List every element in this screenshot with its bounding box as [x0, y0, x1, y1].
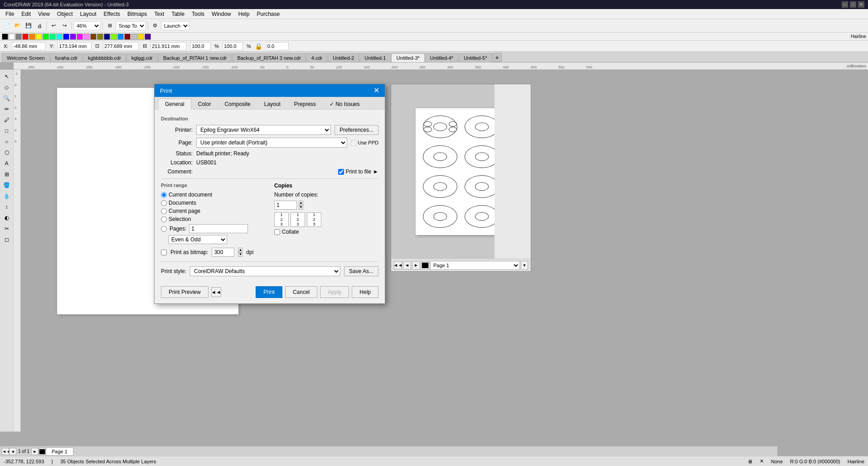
color-green[interactable]: [43, 34, 49, 40]
menu-layout[interactable]: Layout: [77, 10, 100, 18]
tab-4cdr[interactable]: 4.cdr: [306, 53, 327, 62]
use-ppd-checkbox[interactable]: [351, 140, 357, 146]
save-button[interactable]: 💾: [24, 21, 34, 31]
collate-icon-3[interactable]: 123: [307, 212, 321, 227]
color-yellow[interactable]: [36, 34, 42, 40]
menu-text[interactable]: Text: [150, 10, 168, 18]
menu-table[interactable]: Table: [168, 10, 188, 18]
redo-button[interactable]: ↪: [59, 21, 69, 31]
tab-untitled1[interactable]: Untitled-1: [359, 53, 391, 62]
angle-input[interactable]: [266, 42, 289, 50]
color-olive[interactable]: [97, 34, 103, 40]
polygon-tool[interactable]: ⬡: [2, 148, 12, 158]
color-magenta[interactable]: [77, 34, 83, 40]
selection-radio[interactable]: [161, 216, 167, 222]
page-nav-next[interactable]: ►: [31, 448, 39, 455]
preview-prev-button[interactable]: ◄: [403, 261, 411, 269]
color-blue[interactable]: [63, 34, 69, 40]
new-button[interactable]: 📄: [2, 21, 12, 31]
color-orange[interactable]: [29, 34, 35, 40]
dropper-tool[interactable]: 💧: [2, 191, 12, 201]
page-nav-prev[interactable]: ◄: [9, 448, 16, 455]
shadow-tool[interactable]: ◐: [2, 213, 12, 223]
color-cyan[interactable]: [56, 34, 63, 40]
dpi-up-button[interactable]: ▲: [238, 248, 242, 252]
scale-y-input[interactable]: [223, 42, 243, 50]
print-button[interactable]: 🖨: [34, 21, 44, 31]
zoom-tool[interactable]: 🔍: [2, 93, 12, 103]
select-tool[interactable]: ↖: [2, 72, 12, 82]
dpi-down-button[interactable]: ▼: [238, 252, 242, 257]
settings-button[interactable]: ⚙: [150, 21, 160, 31]
color-pink[interactable]: [83, 34, 90, 40]
preview-page-dropdown[interactable]: ▼: [521, 261, 528, 270]
open-button[interactable]: 📂: [13, 21, 23, 31]
crop-tool[interactable]: ✂: [2, 224, 12, 234]
copies-input[interactable]: [274, 201, 297, 210]
documents-radio[interactable]: [161, 200, 167, 206]
color-indigo[interactable]: [145, 34, 151, 40]
pen-tool[interactable]: 🖊: [2, 115, 12, 125]
menu-help[interactable]: Help: [235, 10, 253, 18]
menu-tools[interactable]: Tools: [188, 10, 208, 18]
text-tool[interactable]: A: [2, 159, 12, 168]
tab-untitled5[interactable]: Untitled-5*: [459, 53, 492, 62]
preview-last-button[interactable]: ██: [421, 261, 429, 269]
color-black[interactable]: [2, 34, 8, 40]
tab-backup1[interactable]: Backup_of_RITAH 1 new.cdr: [158, 53, 232, 62]
maximize-button[interactable]: □: [850, 1, 856, 8]
color-navy[interactable]: [104, 34, 110, 40]
width-input[interactable]: [103, 42, 139, 50]
nav-arrow-button[interactable]: ◄◄: [211, 287, 221, 297]
color-white[interactable]: [9, 34, 15, 40]
page-nav-last[interactable]: ██: [39, 448, 46, 455]
fill-tool[interactable]: 🪣: [2, 180, 12, 190]
minimize-button[interactable]: —: [842, 1, 848, 8]
apply-button[interactable]: Apply: [320, 286, 349, 298]
interactive-tool[interactable]: ↕: [2, 202, 12, 212]
preview-page-select[interactable]: Page 1: [430, 261, 520, 270]
preview-next-button[interactable]: ►: [412, 261, 420, 269]
table-tool[interactable]: ⊞: [2, 169, 12, 179]
menu-edit[interactable]: Edit: [18, 10, 34, 18]
add-tab-button[interactable]: +: [493, 53, 502, 62]
color-lime[interactable]: [111, 34, 117, 40]
dpi-input[interactable]: [212, 248, 234, 257]
tab-furaha[interactable]: furaha.cdr: [50, 53, 83, 62]
tab-general[interactable]: General: [158, 99, 191, 110]
menu-object[interactable]: Object: [53, 10, 77, 18]
page-tab-1[interactable]: Page 1: [46, 447, 73, 456]
tab-kgbbbbbbb[interactable]: kgbbbbbbb.cdr: [83, 53, 126, 62]
tab-untitled4[interactable]: Untitled-4*: [425, 53, 458, 62]
color-maroon[interactable]: [124, 34, 131, 40]
menu-view[interactable]: View: [34, 10, 53, 18]
collate-icon-1[interactable]: 123: [274, 212, 289, 227]
height-input[interactable]: [150, 42, 187, 50]
tab-no-issues[interactable]: ✓ No Issues: [323, 99, 367, 109]
print-to-file-arrow[interactable]: ►: [373, 168, 378, 175]
current-document-radio[interactable]: [161, 192, 167, 198]
print-dialog-button[interactable]: Print: [256, 286, 282, 298]
node-tool[interactable]: ◇: [2, 82, 12, 92]
color-teal[interactable]: [49, 34, 56, 40]
collate-checkbox[interactable]: [274, 229, 280, 235]
undo-button[interactable]: ↩: [48, 21, 58, 31]
page-nav-first[interactable]: ◄◄: [2, 448, 9, 455]
tab-kglggj[interactable]: kglggj.cdr: [126, 53, 158, 62]
tab-prepress[interactable]: Prepress: [287, 99, 323, 109]
rectangle-tool[interactable]: □: [2, 126, 12, 136]
print-as-bitmap-checkbox[interactable]: [161, 250, 167, 255]
color-brown[interactable]: [90, 34, 97, 40]
collate-icon-2[interactable]: 123: [291, 212, 305, 227]
pages-input[interactable]: [189, 224, 248, 233]
dialog-close-button[interactable]: ✕: [373, 87, 379, 94]
tab-backup3[interactable]: Backup_of_RITAH 3 new.cdr: [232, 53, 305, 62]
menu-window[interactable]: Window: [208, 10, 235, 18]
zoom-select[interactable]: 46% 100% 200%: [73, 21, 101, 30]
help-button[interactable]: Help: [352, 286, 378, 298]
y-input[interactable]: [58, 42, 92, 50]
menu-effects[interactable]: Effects: [100, 10, 124, 18]
freehand-tool[interactable]: ✏: [2, 104, 12, 114]
copies-up-button[interactable]: ▲: [299, 201, 303, 205]
copies-down-button[interactable]: ▼: [299, 205, 303, 210]
